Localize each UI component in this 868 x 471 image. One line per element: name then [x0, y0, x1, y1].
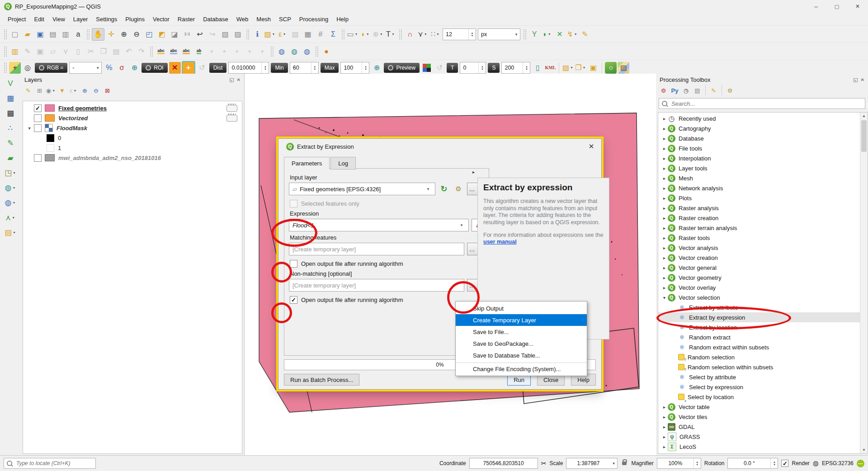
vertex-tool-icon[interactable]: ⋎ — [417, 28, 429, 40]
scp-working-toolbar-icon[interactable]: V — [5, 77, 16, 89]
toolbox-item[interactable]: Vector tiles — [658, 412, 868, 422]
layer-diagram-icon[interactable]: abc — [168, 46, 179, 57]
expand-all-icon[interactable]: ⊕ — [80, 85, 90, 96]
scp-main-search-icon[interactable]: ○ — [605, 62, 617, 74]
expander-icon[interactable] — [661, 166, 668, 171]
menu-item[interactable]: Layer — [69, 14, 92, 24]
show-layout-manager-icon[interactable]: ▥ — [60, 28, 71, 40]
results-viewer-icon[interactable]: ▤ — [692, 85, 703, 96]
toolbar-grip[interactable] — [86, 29, 90, 40]
layer-visibility-checkbox[interactable] — [34, 104, 42, 112]
toolbar-grip[interactable] — [150, 46, 153, 57]
locator-box[interactable] — [4, 458, 96, 469]
layer-row[interactable]: Fixed geometries — [23, 103, 242, 113]
maximize-button[interactable] — [826, 0, 847, 13]
toolbox-item[interactable]: Vector overlay — [658, 283, 868, 292]
expander-icon[interactable] — [661, 216, 668, 221]
menu-item[interactable]: Help — [332, 14, 353, 24]
toolbox-item[interactable]: Recently used — [658, 113, 868, 123]
toolbox-item[interactable]: Layer tools — [658, 163, 868, 173]
scp-stretch-percent-icon[interactable]: % — [103, 62, 115, 74]
new-print-layout-icon[interactable]: ▤ — [47, 28, 59, 40]
snapping-icon[interactable]: ∩ — [404, 28, 416, 40]
move-label-icon[interactable]: a — [206, 46, 217, 57]
open-project-icon[interactable]: ▰ — [22, 28, 33, 40]
expander-icon[interactable] — [661, 236, 668, 240]
symbol-unit[interactable]: px — [478, 28, 520, 40]
expander-icon[interactable] — [661, 206, 668, 211]
highlight-pinned-labels-icon[interactable]: ab — [193, 46, 205, 57]
expander-icon[interactable] — [26, 126, 33, 131]
min-value[interactable]: 60 — [290, 62, 319, 74]
measure-icon[interactable]: ▭ — [347, 28, 359, 40]
toolbox-item[interactable]: Vector table — [658, 402, 868, 412]
menu-item[interactable]: View — [48, 14, 69, 24]
delete-selected-icon[interactable]: ▯ — [72, 46, 84, 57]
expander-icon[interactable] — [661, 285, 668, 290]
menu-item[interactable]: Settings — [92, 14, 121, 24]
zoom-annotations-icon[interactable]: ⊕ — [372, 28, 384, 40]
close-window-button[interactable] — [847, 0, 868, 13]
minimize-button[interactable] — [806, 0, 826, 13]
redo-icon[interactable]: ↷ — [136, 46, 147, 57]
scp-globe-2-icon[interactable]: ◍ — [5, 197, 16, 208]
zoom-next-icon[interactable]: ↪ — [207, 28, 218, 40]
toolbox-item[interactable]: Vector selection — [658, 292, 868, 302]
run-as-batch-button[interactable]: Run as Batch Process... — [284, 374, 359, 386]
toolbox-item[interactable]: Extract by location — [658, 322, 868, 332]
locator-input[interactable] — [15, 460, 93, 467]
remove-layer-icon[interactable]: ⊠ — [102, 85, 113, 96]
spinner[interactable] — [478, 62, 486, 73]
text-format-icon[interactable]: T — [385, 28, 396, 40]
menu-item[interactable]: Plugins — [121, 14, 149, 24]
non-matching-output-input[interactable]: [Create temporary layer] — [289, 279, 464, 292]
selected-features-checkbox[interactable] — [290, 200, 297, 207]
toolbar-grip[interactable] — [399, 29, 402, 40]
toolbox-item[interactable]: Raster analysis — [658, 203, 868, 213]
rotate-label-icon[interactable]: a — [218, 46, 230, 57]
expander-icon[interactable] — [661, 434, 668, 439]
legend-entry[interactable]: 1 — [23, 143, 242, 153]
digitize-with-segment-icon[interactable]: ✎ — [579, 28, 591, 40]
scp-stretch-sigma-icon[interactable]: σ — [116, 62, 127, 74]
label-properties-icon[interactable]: a — [256, 46, 268, 57]
curved-label-icon[interactable]: a — [244, 46, 255, 57]
pan-to-selection-icon[interactable]: ✛ — [105, 28, 117, 40]
select-features-icon[interactable]: ▧ — [264, 28, 276, 40]
crs-globe-icon[interactable] — [813, 459, 819, 467]
hide-layers-icon[interactable]: ❐ — [575, 62, 586, 74]
copy-features-icon[interactable]: ❐ — [98, 46, 109, 57]
expander-icon[interactable] — [661, 116, 668, 121]
plugin-dot-icon[interactable]: ● — [321, 46, 332, 57]
layer-visibility-checkbox[interactable] — [34, 114, 42, 122]
toolbox-item[interactable]: File tools — [658, 143, 868, 153]
stream-digitizing-icon[interactable]: ◗ — [541, 28, 553, 40]
undo-icon[interactable]: ↶ — [123, 46, 135, 57]
tracing-icon[interactable]: Y — [528, 28, 540, 40]
toolbar-grip[interactable] — [4, 62, 7, 73]
scp-plugin-icon[interactable]: + — [9, 62, 21, 74]
user-globe-icon[interactable]: ◍ — [301, 46, 313, 57]
toolbox-item[interactable]: Extract by expression — [658, 312, 868, 322]
toolbox-item[interactable]: GDAL — [658, 422, 868, 432]
toolbar-grip[interactable] — [246, 29, 249, 40]
scale-combo[interactable]: 1:387987 — [566, 458, 618, 469]
filter-by-expression-icon[interactable]: ε — [68, 85, 79, 96]
user-manual-link[interactable]: user manual — [483, 239, 517, 245]
close-panel-icon[interactable] — [237, 77, 241, 83]
menu-item[interactable]: Web — [232, 14, 253, 24]
toolbar-grip[interactable] — [4, 46, 7, 57]
toolbox-item[interactable]: Random selection — [658, 352, 868, 362]
expander-icon[interactable] — [661, 245, 668, 250]
search-input[interactable] — [670, 100, 862, 108]
scp-band-set-icon[interactable]: ▦ — [5, 92, 16, 104]
toolbox-item[interactable]: Raster creation — [658, 213, 868, 223]
toolbar-grip[interactable] — [4, 29, 7, 40]
toolbox-search[interactable] — [659, 98, 865, 109]
toolbox-item[interactable]: Random extract — [658, 332, 868, 342]
memory-layer-indicator-icon[interactable] — [226, 105, 237, 112]
toolbar-grip[interactable] — [523, 29, 526, 40]
expression-combo[interactable]: Flood<1 — [289, 219, 469, 231]
current-edits-icon[interactable]: ▥ — [9, 46, 21, 57]
spinner[interactable] — [311, 62, 318, 73]
